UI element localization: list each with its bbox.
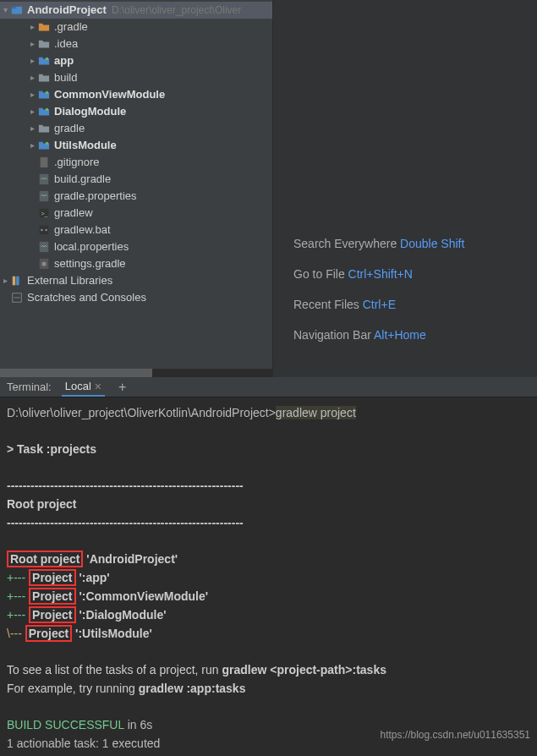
tree-item--idea[interactable]: .idea: [0, 36, 272, 52]
tree-item-label: gradle: [54, 120, 85, 137]
tree-item-label: local.properties: [54, 238, 129, 255]
tree-item-label: .idea: [54, 36, 78, 52]
bat-file-icon: [37, 223, 51, 237]
welcome-panel: Search Everywhere Double ShiftGo to File…: [273, 0, 537, 377]
module-icon: [37, 54, 51, 68]
tree-item-gradle-properties[interactable]: gradle.properties: [0, 188, 272, 205]
tree-item-CommonViewModule[interactable]: CommonViewModule: [0, 86, 272, 103]
tree-item--gitignore[interactable]: .gitignore: [0, 154, 272, 171]
svg-point-2: [46, 58, 49, 61]
svg-point-3: [46, 91, 49, 95]
svg-rect-17: [13, 277, 16, 286]
svg-point-16: [41, 261, 46, 266]
expand-arrow-icon[interactable]: [27, 137, 37, 154]
scratches-icon: [10, 291, 24, 304]
svg-point-5: [46, 142, 49, 145]
tree-item-label: gradlew.bat: [54, 222, 111, 238]
svg-text:>_: >_: [41, 211, 48, 217]
watermark: https://blog.csdn.net/u011635351: [381, 729, 530, 741]
terminal-title: Terminal:: [7, 381, 52, 393]
project-highlight: Project: [29, 588, 75, 605]
project-tree-panel: AndroidProjectD:\oliver\oliver_project\O…: [0, 0, 273, 377]
file-dim-icon: [37, 156, 51, 169]
tree-item-label: Scratches and Consoles: [27, 289, 146, 306]
expand-arrow-icon[interactable]: [27, 103, 37, 120]
tree-item-label: gradlew: [54, 205, 93, 222]
svg-rect-18: [16, 277, 19, 286]
terminal-panel: Terminal: Local × + D:\oliver\oliver_pro…: [0, 377, 537, 756]
tree-item-gradlew[interactable]: >_gradlew: [0, 205, 272, 222]
external-libraries[interactable]: External Libraries: [0, 272, 272, 289]
tree-item-UtilsModule[interactable]: UtilsModule: [0, 137, 272, 154]
welcome-hint: Navigation Bar Alt+Home: [293, 328, 464, 342]
tree-item-build[interactable]: build: [0, 69, 272, 86]
expand-arrow-icon[interactable]: [27, 19, 37, 36]
tree-item-build-gradle[interactable]: build.gradle: [0, 171, 272, 188]
root-project-highlight: Root project: [7, 551, 83, 567]
tree-item-label: build: [54, 69, 77, 86]
gradle-file-dim-icon: [37, 257, 51, 271]
svg-point-13: [45, 229, 47, 232]
libs-icon: [10, 274, 24, 288]
scroll-thumb[interactable]: [0, 369, 152, 377]
expand-arrow-icon[interactable]: [27, 52, 37, 69]
expand-arrow-icon[interactable]: [27, 36, 37, 52]
svg-point-12: [41, 229, 43, 232]
tree-item-label: AndroidProject: [27, 2, 107, 19]
tree-item-gradle[interactable]: gradle: [0, 120, 272, 137]
tree-item-DialogModule[interactable]: DialogModule: [0, 103, 272, 120]
expand-arrow-icon[interactable]: [27, 86, 37, 103]
terminal-output[interactable]: D:\oliver\oliver_project\OliverKotlin\An…: [0, 397, 537, 756]
terminal-tab-local[interactable]: Local ×: [62, 378, 105, 397]
tree-item-label: UtilsModule: [54, 137, 117, 154]
scratches-and-consoles[interactable]: Scratches and Consoles: [0, 289, 272, 306]
welcome-hint: Go to File Ctrl+Shift+N: [293, 267, 464, 281]
welcome-hint: Search Everywhere Double Shift: [293, 237, 464, 250]
svg-rect-6: [41, 157, 48, 167]
tree-item--gradle[interactable]: .gradle: [0, 19, 272, 36]
gradle-file-icon: [37, 173, 51, 186]
folder-orange-icon: [37, 20, 51, 34]
project-root[interactable]: AndroidProjectD:\oliver\oliver_project\O…: [0, 2, 272, 19]
project-highlight: Project: [29, 606, 75, 623]
module-icon: [37, 139, 51, 152]
folder-icon: [37, 71, 51, 85]
tree-item-label: gradle.properties: [54, 188, 137, 205]
welcome-hint: Recent Files Ctrl+E: [293, 298, 464, 311]
svg-rect-1: [12, 7, 16, 9]
tree-item-label: settings.gradle: [54, 255, 126, 272]
gradle-file-icon: [37, 189, 51, 203]
tree-item-gradlew-bat[interactable]: gradlew.bat: [0, 222, 272, 238]
project-highlight: Project: [25, 625, 72, 642]
expand-arrow-icon[interactable]: [0, 2, 10, 19]
tree-item-label: build.gradle: [54, 171, 111, 188]
expand-arrow-icon[interactable]: [0, 272, 10, 289]
module-icon: [37, 105, 51, 118]
tree-item-local-properties[interactable]: local.properties: [0, 238, 272, 255]
tree-item-label: .gitignore: [54, 154, 99, 171]
close-tab-icon[interactable]: ×: [95, 380, 101, 393]
gradle-file-icon: [37, 240, 51, 254]
horizontal-scrollbar[interactable]: [0, 369, 272, 377]
folder-icon: [37, 122, 51, 135]
tree-item-label: DialogModule: [54, 103, 126, 120]
shell-file-icon: >_: [37, 206, 51, 220]
folder-icon: [37, 37, 51, 51]
svg-point-4: [46, 108, 49, 112]
tree-item-label: app: [54, 52, 74, 69]
tree-item-app[interactable]: app: [0, 52, 272, 69]
tree-item-label: .gradle: [54, 19, 88, 36]
terminal-tab-bar: Terminal: Local × +: [0, 377, 537, 397]
project-highlight: Project: [29, 569, 75, 586]
expand-arrow-icon[interactable]: [27, 69, 37, 86]
project-icon: [10, 3, 24, 17]
tree-item-label: External Libraries: [27, 272, 112, 289]
tree-item-label: CommonViewModule: [54, 86, 165, 103]
new-tab-button[interactable]: +: [118, 380, 126, 395]
tree-item-settings-gradle[interactable]: settings.gradle: [0, 255, 272, 272]
expand-arrow-icon[interactable]: [27, 120, 37, 137]
module-icon: [37, 88, 51, 101]
